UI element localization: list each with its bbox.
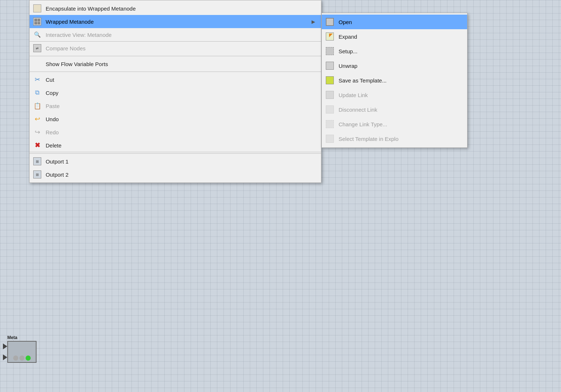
- menu-item-paste: 📋 Paste: [30, 99, 321, 112]
- menu-label-interactive-view: Interactive View: Metanode: [46, 32, 315, 38]
- change-link-icon: [325, 119, 335, 129]
- wrapped-metanode-icon: [33, 17, 42, 26]
- menu-label-paste: Paste: [46, 103, 315, 109]
- divider-2: [30, 72, 321, 72]
- delete-icon: ✖: [33, 141, 42, 150]
- menu-label-show-flow: Show Flow Variable Ports: [46, 61, 315, 67]
- menu-label-delete: Delete: [46, 142, 315, 149]
- expand-icon: [325, 31, 335, 42]
- menu-label-outport2: Outport 2: [46, 172, 315, 178]
- sub-menu-label-expand: Expand: [339, 34, 357, 40]
- disconnect-link-icon: [325, 104, 335, 115]
- indicator-1: [13, 356, 18, 361]
- menu-label-wrapped-metanode: Wrapped Metanode: [46, 19, 309, 25]
- sub-menu-item-setup[interactable]: Setup...: [322, 44, 467, 58]
- sub-menu-item-disconnect-link: Disconnect Link: [322, 102, 467, 117]
- menu-item-outport1[interactable]: ⊞ Outport 1: [30, 155, 321, 168]
- menu-label-redo: Redo: [46, 129, 315, 135]
- compare-icon: ⇄: [33, 43, 42, 53]
- metanode-widget[interactable]: Meta: [7, 335, 37, 363]
- metanode-indicators: [13, 356, 31, 361]
- menu-label-compare-nodes: Compare Nodes: [46, 45, 315, 51]
- sub-menu-label-change-link: Change Link Type...: [339, 121, 387, 127]
- search-icon: 🔍: [33, 30, 42, 39]
- menu-item-undo[interactable]: ↩ Undo: [30, 112, 321, 126]
- open-icon: [325, 17, 335, 27]
- menu-item-show-flow[interactable]: Show Flow Variable Ports: [30, 57, 321, 70]
- sub-menu-label-update-link: Update Link: [339, 92, 368, 98]
- menu-item-outport2[interactable]: ⊞ Outport 2: [30, 168, 321, 181]
- sub-menu-item-select-template: Select Template in Explo: [322, 131, 467, 146]
- outport2-icon: ⊞: [33, 170, 42, 179]
- menu-item-wrapped-metanode[interactable]: Wrapped Metanode ▶: [30, 15, 321, 28]
- sub-menu-item-expand[interactable]: Expand: [322, 29, 467, 44]
- sub-menu-label-setup: Setup...: [339, 48, 358, 54]
- setup-icon: [325, 46, 335, 56]
- unwrap-icon: [325, 61, 335, 71]
- menu-label-outport1: Outport 1: [46, 158, 315, 165]
- save-template-icon: [325, 75, 335, 85]
- submenu-arrow-icon: ▶: [312, 19, 315, 24]
- menu-item-delete[interactable]: ✖ Delete: [30, 139, 321, 152]
- sub-menu-label-select-template: Select Template in Explo: [339, 136, 398, 142]
- menu-item-compare-nodes: ⇄ Compare Nodes: [30, 42, 321, 55]
- port-arrow-1: [3, 343, 7, 349]
- encapsulate-icon: [33, 4, 42, 13]
- sub-menu-item-save-template[interactable]: Save as Template...: [322, 73, 467, 88]
- port-arrow-2: [3, 354, 7, 360]
- indicator-2: [19, 356, 24, 361]
- sub-menu-item-unwrap[interactable]: Unwrap: [322, 58, 467, 73]
- divider-3: [30, 153, 321, 154]
- menu-label-undo: Undo: [46, 116, 315, 122]
- metanode-box[interactable]: [7, 341, 37, 363]
- copy-icon: ⧉: [33, 88, 42, 97]
- menu-label-encapsulate: Encapsulate into Wrapped Metanode: [46, 5, 315, 12]
- menu-item-cut[interactable]: ✂ Cut: [30, 73, 321, 86]
- menu-item-copy[interactable]: ⧉ Copy: [30, 86, 321, 99]
- indicator-3: [26, 356, 31, 361]
- scissors-icon: ✂: [33, 75, 42, 84]
- redo-icon: ↪: [33, 127, 42, 137]
- menu-item-interactive-view: 🔍 Interactive View: Metanode: [30, 28, 321, 42]
- update-link-icon: [325, 90, 335, 100]
- sub-menu-label-save-template: Save as Template...: [339, 77, 386, 84]
- outport1-icon: ⊞: [33, 157, 42, 166]
- context-menu: Encapsulate into Wrapped Metanode Wrappe…: [29, 0, 321, 183]
- sub-menu-item-change-link: Change Link Type...: [322, 117, 467, 131]
- show-flow-icon: [33, 59, 42, 69]
- sub-menu-item-open[interactable]: Open: [322, 15, 467, 29]
- menu-label-copy: Copy: [46, 90, 315, 96]
- undo-icon: ↩: [33, 114, 42, 124]
- metanode-ports: [3, 343, 7, 360]
- sub-menu-label-disconnect-link: Disconnect Link: [339, 107, 377, 113]
- divider-1: [30, 56, 321, 56]
- select-template-icon: [325, 134, 335, 144]
- sub-menu-item-update-link: Update Link: [322, 88, 467, 102]
- menu-item-encapsulate[interactable]: Encapsulate into Wrapped Metanode: [30, 2, 321, 15]
- sub-menu-label-open: Open: [339, 19, 352, 25]
- metanode-label: Meta: [7, 335, 17, 340]
- menu-item-redo: ↪ Redo: [30, 126, 321, 139]
- sub-context-menu: Open Expand Setup... Unwrap Save as Temp…: [321, 13, 468, 148]
- paste-icon: 📋: [33, 101, 42, 111]
- menu-label-cut: Cut: [46, 77, 315, 83]
- sub-menu-label-unwrap: Unwrap: [339, 63, 358, 69]
